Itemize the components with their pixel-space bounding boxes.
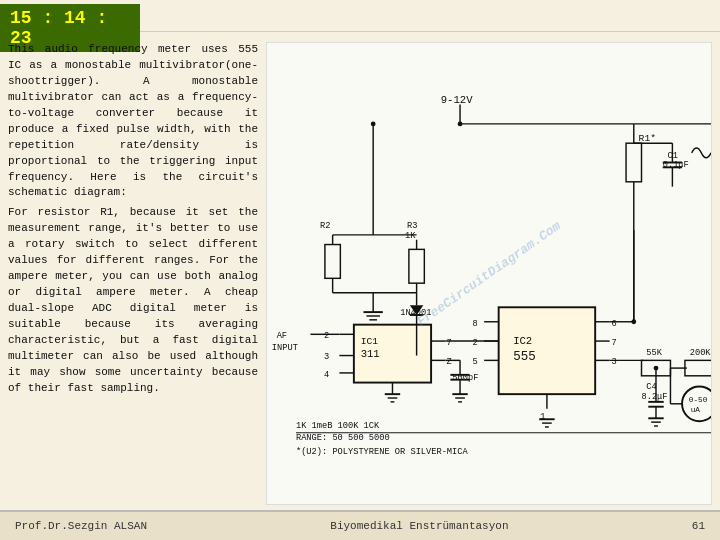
svg-text:8.2μF: 8.2μF <box>642 392 668 402</box>
svg-rect-5 <box>626 143 641 182</box>
svg-text:3: 3 <box>324 352 329 362</box>
svg-text:uA: uA <box>691 406 701 414</box>
svg-text:200K: 200K <box>690 348 711 358</box>
svg-text:55K: 55K <box>646 348 662 358</box>
body-text: This audio frequency meter uses 555 IC a… <box>8 42 258 201</box>
svg-rect-21 <box>409 249 424 283</box>
svg-text:3: 3 <box>612 357 617 367</box>
footer: Prof.Dr.Sezgin ALSAN Biyomedikal Enstrüm… <box>0 510 720 540</box>
voltage-label: 9-12V <box>441 94 473 106</box>
svg-text:555: 555 <box>513 350 536 364</box>
r1-note-text: For resistor R1, because it set the meas… <box>8 205 258 396</box>
svg-text:RANGE: 50  500  5000: RANGE: 50 500 5000 <box>296 433 390 443</box>
svg-text:1: 1 <box>540 412 545 422</box>
svg-text:4: 4 <box>324 370 329 380</box>
svg-text:7: 7 <box>612 338 617 348</box>
svg-text:IC2: IC2 <box>513 335 532 347</box>
footer-subject: Biyomedikal Enstrümantasyon <box>330 520 508 532</box>
svg-text:7: 7 <box>447 338 452 348</box>
svg-text:0-50: 0-50 <box>689 396 708 404</box>
svg-text:5: 5 <box>473 357 478 367</box>
svg-text:R2: R2 <box>320 221 330 231</box>
description-text: This audio frequency meter uses 555 IC a… <box>8 42 258 505</box>
svg-rect-16 <box>325 245 340 279</box>
svg-text:2: 2 <box>473 338 478 348</box>
svg-text:IC1: IC1 <box>361 336 379 347</box>
svg-text:1K: 1K <box>405 231 416 241</box>
svg-text:C4: C4 <box>646 382 656 392</box>
footer-page: 61 <box>692 520 705 532</box>
svg-point-25 <box>371 121 376 126</box>
svg-text:Z: Z <box>447 357 452 367</box>
footer-author: Prof.Dr.Sezgin ALSAN <box>15 520 147 532</box>
svg-text:2: 2 <box>324 331 329 341</box>
svg-text:R3: R3 <box>407 221 417 231</box>
svg-point-104 <box>654 366 659 371</box>
svg-text:6: 6 <box>612 319 617 329</box>
svg-text:INPUT: INPUT <box>272 343 298 353</box>
circuit-diagram: FreeCircuitDiagram.Com 9-12V R1* C1 0.1μ… <box>266 42 712 505</box>
svg-text:311: 311 <box>361 348 380 360</box>
svg-text:*(U2): POLYSTYRENE OR SILVER-M: *(U2): POLYSTYRENE OR SILVER-MICA <box>296 447 469 457</box>
svg-text:AF: AF <box>277 331 287 341</box>
svg-rect-89 <box>685 360 711 375</box>
svg-text:8: 8 <box>473 319 478 329</box>
svg-text:1K  1meB  100K  1CK: 1K 1meB 100K 1CK <box>296 421 380 431</box>
